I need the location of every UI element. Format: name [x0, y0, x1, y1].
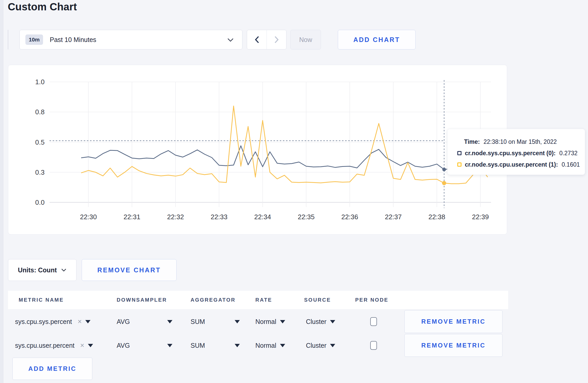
now-button[interactable]: Now: [290, 30, 321, 49]
metrics-table-header: METRIC NAME DOWNSAMPLER AGGREGATOR RATE …: [8, 291, 508, 309]
tooltip-time-label: Time:: [464, 138, 480, 145]
caret-down-icon: [167, 320, 172, 323]
aggregator-select[interactable]: SUM: [191, 310, 240, 333]
svg-text:22:30: 22:30: [80, 213, 97, 221]
tooltip-time-value: 22:38:10 on Mar 15th, 2022: [484, 138, 557, 145]
tooltip-time-row: Time: 22:38:10 on Mar 15th, 2022: [457, 136, 585, 147]
metric-row: sys.cpu.user.percent × AVG SUM Normal Cl…: [0, 334, 588, 357]
metric-name-value: sys.cpu.sys.percent: [15, 318, 72, 325]
downsampler-value: AVG: [117, 318, 130, 325]
svg-text:22:37: 22:37: [385, 213, 402, 221]
remove-metric-button[interactable]: REMOVE METRIC: [404, 310, 502, 333]
chart-card: 0.00.30.50.81.022:3022:3122:3222:3322:34…: [8, 65, 507, 235]
time-range-select[interactable]: 10m Past 10 Minutes: [19, 30, 242, 49]
time-nav-group: [247, 30, 286, 49]
caret-down-icon: [88, 344, 93, 347]
clear-metric-icon[interactable]: ×: [80, 342, 84, 350]
chart-tooltip: Time: 22:38:10 on Mar 15th, 2022 cr.node…: [447, 129, 585, 175]
col-header-aggregator: AGGREGATOR: [191, 297, 236, 303]
source-value: Cluster: [306, 318, 326, 325]
page-title: Custom Chart: [8, 1, 77, 13]
svg-text:22:36: 22:36: [341, 213, 358, 221]
time-window-badge: 10m: [25, 34, 43, 45]
chevron-down-icon: [61, 268, 67, 272]
time-window-label: Past 10 Minutes: [50, 36, 96, 44]
next-interval-button[interactable]: [267, 30, 286, 49]
svg-text:22:34: 22:34: [254, 213, 271, 221]
add-metric-button[interactable]: ADD METRIC: [12, 358, 92, 380]
svg-text:1.0: 1.0: [35, 78, 45, 86]
svg-text:0.5: 0.5: [35, 138, 45, 146]
caret-down-icon: [330, 344, 335, 347]
user-series-swatch-icon: [457, 162, 461, 167]
rate-value: Normal: [255, 318, 276, 325]
tooltip-series-label: cr.node.sys.cpu.user.percent (1):: [465, 161, 558, 168]
rate-value: Normal: [255, 342, 276, 349]
metric-row: sys.cpu.sys.percent × AVG SUM Normal Clu…: [0, 310, 588, 333]
caret-down-icon: [280, 320, 285, 323]
source-select[interactable]: Cluster: [306, 310, 335, 333]
col-header-metric-name: METRIC NAME: [19, 297, 64, 303]
prev-interval-button[interactable]: [247, 30, 267, 49]
metric-name-select[interactable]: sys.cpu.sys.percent ×: [15, 310, 90, 333]
aggregator-select[interactable]: SUM: [191, 334, 240, 357]
toolbar-divider: [8, 30, 8, 49]
col-header-rate: RATE: [255, 297, 272, 303]
aggregator-value: SUM: [191, 342, 205, 349]
tooltip-series-row: cr.node.sys.cpu.sys.percent (0): 0.2732: [457, 147, 585, 159]
per-node-checkbox[interactable]: [370, 317, 377, 326]
caret-down-icon: [85, 320, 90, 323]
col-header-source: SOURCE: [304, 297, 331, 303]
svg-text:0.0: 0.0: [35, 198, 45, 206]
add-chart-button[interactable]: ADD CHART: [338, 30, 416, 49]
chart-svg[interactable]: 0.00.30.50.81.022:3022:3122:3222:3322:34…: [8, 65, 507, 235]
aggregator-value: SUM: [191, 318, 205, 325]
tooltip-series-row: cr.node.sys.cpu.user.percent (1): 0.1601: [457, 159, 585, 170]
tooltip-series-value: 0.1601: [562, 161, 580, 168]
svg-text:22:32: 22:32: [167, 213, 184, 221]
chevron-down-icon: [227, 38, 234, 42]
svg-text:22:38: 22:38: [428, 213, 445, 221]
svg-text:0.3: 0.3: [35, 168, 45, 176]
rate-select[interactable]: Normal: [255, 334, 285, 357]
caret-down-icon: [235, 320, 240, 323]
clear-metric-icon[interactable]: ×: [78, 318, 82, 326]
rate-select[interactable]: Normal: [255, 310, 285, 333]
caret-down-icon: [167, 344, 172, 347]
svg-text:22:31: 22:31: [123, 213, 140, 221]
svg-text:22:39: 22:39: [472, 213, 489, 221]
units-select[interactable]: Units: Count: [8, 259, 76, 281]
source-value: Cluster: [306, 342, 326, 349]
downsampler-select[interactable]: AVG: [117, 334, 172, 357]
col-header-downsampler: DOWNSAMPLER: [117, 297, 167, 303]
remove-chart-button[interactable]: REMOVE CHART: [82, 259, 177, 281]
caret-down-icon: [235, 344, 240, 347]
metric-name-value: sys.cpu.user.percent: [15, 342, 74, 349]
col-header-per-node: PER NODE: [355, 297, 388, 303]
remove-metric-button[interactable]: REMOVE METRIC: [404, 334, 502, 357]
tooltip-series-value: 0.2732: [559, 150, 577, 157]
source-select[interactable]: Cluster: [306, 334, 335, 357]
per-node-checkbox[interactable]: [370, 341, 377, 350]
units-label: Units: Count: [18, 266, 57, 274]
svg-text:22:33: 22:33: [211, 213, 227, 221]
caret-down-icon: [280, 344, 285, 347]
downsampler-select[interactable]: AVG: [117, 310, 172, 333]
tooltip-series-label: cr.node.sys.cpu.sys.percent (0):: [465, 150, 556, 157]
sys-series-swatch-icon: [457, 151, 461, 155]
svg-text:0.8: 0.8: [35, 108, 45, 116]
downsampler-value: AVG: [117, 342, 130, 349]
metric-name-select[interactable]: sys.cpu.user.percent ×: [15, 334, 93, 357]
caret-down-icon: [330, 320, 335, 323]
svg-text:22:35: 22:35: [298, 213, 314, 221]
